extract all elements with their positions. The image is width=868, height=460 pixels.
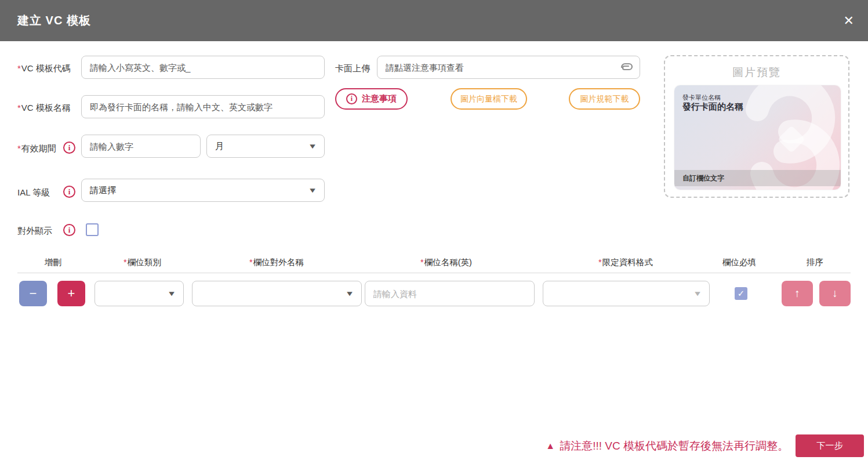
- validity-info-icon[interactable]: i: [63, 142, 75, 154]
- field-display-name-select[interactable]: ▼: [192, 281, 362, 306]
- next-step-button[interactable]: 下一步: [796, 434, 864, 457]
- chevron-down-icon: ▼: [167, 289, 176, 298]
- chevron-down-icon: ▼: [308, 186, 317, 194]
- card-preview: 發卡單位名稱 發行卡面的名稱 自訂欄位文字: [674, 85, 841, 190]
- info-icon: i: [346, 93, 357, 104]
- chevron-down-icon: ▼: [693, 289, 702, 298]
- field-type-select[interactable]: ▼: [95, 281, 184, 306]
- field-required-checkbox[interactable]: ✓: [735, 287, 747, 300]
- col-header-data-format: *限定資料格式: [598, 257, 653, 268]
- card-issuer-label: 發卡單位名稱: [682, 93, 721, 102]
- field-name-en-input[interactable]: [365, 281, 535, 306]
- col-header-field-name-en: *欄位名稱(英): [420, 257, 472, 268]
- minus-icon: −: [30, 287, 37, 300]
- check-icon: ✓: [738, 288, 745, 299]
- chevron-down-icon: ▼: [345, 289, 354, 298]
- required-asterisk: *: [17, 143, 21, 153]
- template-name-label: *VC 模板名稱: [17, 103, 71, 114]
- card-upload-label: 卡面上傳: [335, 63, 370, 74]
- spec-download-label: 圖片規範下載: [580, 94, 629, 104]
- template-code-input[interactable]: [81, 56, 325, 79]
- add-row-button[interactable]: +: [57, 281, 85, 306]
- public-display-info-icon[interactable]: i: [63, 224, 75, 236]
- spec-download-button[interactable]: 圖片規範下載: [569, 88, 640, 110]
- create-vc-template-dialog: 建立 VC 模板 ✕ *VC 模板代碼 *VC 模板名稱 卡面上傳 i 注意事項…: [0, 0, 868, 460]
- card-name-text: 發行卡面的名稱: [682, 102, 743, 113]
- warning-text: 請注意!!! VC 模板代碼於暫存後無法再行調整。: [560, 439, 789, 454]
- card-custom-field-strip: 自訂欄位文字: [674, 170, 841, 186]
- card-custom-field-text: 自訂欄位文字: [682, 173, 724, 183]
- notice-button[interactable]: i 注意事項: [335, 88, 408, 110]
- paperclip-icon[interactable]: [619, 61, 633, 73]
- plus-icon: +: [68, 287, 75, 300]
- ial-select[interactable]: 請選擇 ▼: [81, 179, 325, 202]
- validity-label: *有效期間: [17, 143, 56, 154]
- arrow-down-icon: ↓: [832, 287, 838, 300]
- move-up-button[interactable]: ↑: [782, 281, 813, 306]
- dialog-titlebar: 建立 VC 模板 ✕: [0, 0, 868, 41]
- chevron-down-icon: ▼: [308, 142, 317, 150]
- template-name-input[interactable]: [81, 95, 325, 118]
- col-header-sort: 排序: [806, 257, 823, 268]
- arrow-up-icon: ↑: [794, 287, 800, 300]
- close-icon[interactable]: ✕: [844, 15, 854, 27]
- table-header-divider: [17, 273, 851, 273]
- remove-row-button[interactable]: −: [19, 281, 47, 306]
- image-preview-panel: 圖片預覽 發卡單位名稱 發行卡面的名稱 自訂欄位文字: [664, 55, 849, 198]
- validity-unit-select[interactable]: 月 ▼: [206, 135, 325, 158]
- col-header-add-delete: 增刪: [44, 257, 61, 268]
- vector-download-label: 圖片向量檔下載: [460, 94, 517, 104]
- preview-title: 圖片預覽: [665, 65, 848, 80]
- public-display-label: 對外顯示: [17, 226, 52, 237]
- next-step-label: 下一步: [817, 440, 843, 450]
- ial-info-icon[interactable]: i: [63, 186, 75, 198]
- public-display-checkbox[interactable]: [86, 223, 99, 236]
- required-asterisk: *: [17, 63, 21, 73]
- col-header-field-type: *欄位類別: [124, 257, 161, 268]
- notice-button-label: 注意事項: [362, 93, 397, 104]
- warning-triangle-icon: ▲: [546, 441, 555, 451]
- validity-unit-value: 月: [215, 141, 224, 152]
- validity-number-input[interactable]: [81, 135, 201, 158]
- required-asterisk: *: [17, 103, 21, 113]
- page-title: 建立 VC 模板: [17, 13, 91, 28]
- card-upload-input[interactable]: [377, 56, 640, 79]
- move-down-button[interactable]: ↓: [819, 281, 851, 306]
- data-format-select[interactable]: ▼: [543, 281, 710, 306]
- template-code-label: *VC 模板代碼: [17, 63, 71, 74]
- code-lock-warning: ▲ 請注意!!! VC 模板代碼於暫存後無法再行調整。: [546, 439, 789, 454]
- col-header-field-display-name: *欄位對外名稱: [249, 257, 304, 268]
- ial-select-value: 請選擇: [90, 185, 116, 196]
- vector-download-button[interactable]: 圖片向量檔下載: [451, 88, 527, 110]
- col-header-field-required: 欄位必填: [722, 257, 756, 268]
- ial-label: IAL 等級: [17, 187, 50, 198]
